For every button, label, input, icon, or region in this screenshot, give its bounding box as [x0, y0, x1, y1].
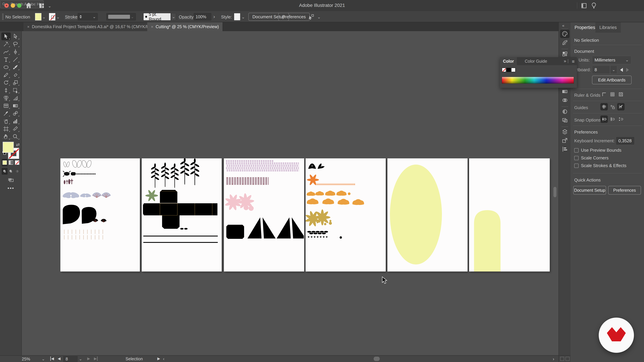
draw-behind-button[interactable]: [8, 168, 14, 175]
change-screen-mode-icon[interactable]: [7, 176, 14, 184]
tab-color-guide[interactable]: Color Guide: [522, 57, 550, 65]
tool-slice[interactable]: [11, 125, 20, 133]
tool-gradient[interactable]: [11, 102, 20, 110]
last-artboard-button[interactable]: ▶: [94, 357, 98, 361]
tool-curvature[interactable]: [1, 48, 11, 56]
tool-direct-selection[interactable]: [11, 32, 20, 40]
use-preview-bounds-checkbox[interactable]: [574, 148, 578, 152]
dock-icon-appearance[interactable]: [560, 107, 570, 116]
units-dropdown[interactable]: Millimeters ⌄: [592, 56, 631, 64]
tool-free-transform[interactable]: [11, 86, 20, 94]
document-tab-active[interactable]: × Cutting* @ 25 % (CMYK/Preview): [147, 22, 223, 31]
status-play-icon[interactable]: ▶: [157, 357, 160, 361]
canvas-horizontal-scrollbar[interactable]: [374, 357, 380, 361]
artboard-3[interactable]: [224, 158, 304, 272]
snap-to-pixel-button[interactable]: [617, 115, 624, 123]
previous-artboard-button[interactable]: ◀: [58, 357, 60, 361]
stroke-weight-chevron-icon[interactable]: ⌄: [92, 15, 96, 19]
show-grid-button[interactable]: [609, 91, 616, 98]
artboard-number-field[interactable]: 8: [592, 65, 610, 74]
scale-corners-row[interactable]: Scale Corners: [574, 155, 608, 161]
dock-group-drag-handle[interactable]: [562, 126, 568, 127]
stroke-color-swatch[interactable]: [49, 13, 55, 20]
scale-corners-checkbox[interactable]: [574, 156, 578, 160]
gradient-button[interactable]: [8, 159, 14, 166]
scale-strokes-effects-checkbox[interactable]: [574, 164, 578, 168]
tool-shape-builder[interactable]: [1, 94, 11, 102]
zoom-chevron-icon[interactable]: ⌄: [42, 357, 45, 361]
tool-zoom[interactable]: [11, 133, 20, 140]
status-display[interactable]: Selection: [111, 357, 158, 361]
snap-to-grid-button[interactable]: [609, 115, 616, 123]
dock-icon-artboards[interactable]: [560, 116, 570, 124]
first-artboard-button[interactable]: ◀: [50, 357, 54, 361]
gpu-performance-icon[interactable]: [580, 2, 587, 10]
dock-icon-swatches[interactable]: [560, 50, 570, 58]
scale-strokes-effects-row[interactable]: Scale Strokes & Effects: [574, 163, 626, 168]
color-spectrum-bar[interactable]: [502, 77, 574, 84]
tool-artboard[interactable]: [1, 125, 11, 133]
fill-proxy-swatch[interactable]: [3, 142, 14, 153]
white-swatch[interactable]: [511, 68, 516, 72]
tool-perspective-grid[interactable]: [11, 94, 20, 102]
opacity-more-chevron-icon[interactable]: ›: [213, 14, 215, 19]
artboard-6[interactable]: [469, 158, 550, 272]
edit-artboards-button[interactable]: Edit Artboards: [592, 76, 632, 84]
tab-properties[interactable]: Properties: [570, 22, 599, 33]
keyboard-increment-field[interactable]: 0,3528 mm: [616, 137, 634, 145]
tool-width[interactable]: [1, 86, 11, 94]
close-tab-icon[interactable]: ×: [27, 24, 30, 29]
tool-rotate[interactable]: [1, 79, 11, 86]
tool-scale[interactable]: [11, 79, 20, 86]
tool-type[interactable]: [1, 56, 11, 63]
opacity-label[interactable]: Opacity:: [179, 14, 195, 19]
opacity-field[interactable]: 100%: [194, 13, 211, 20]
tab-libraries[interactable]: Libraries: [595, 22, 621, 33]
dock-group-drag-handle[interactable]: [562, 28, 568, 29]
artboard-2[interactable]: [142, 158, 222, 272]
artboard-dropdown-chevron[interactable]: ⌄: [610, 65, 617, 74]
dock-icon-color[interactable]: [560, 30, 570, 38]
close-tab-icon[interactable]: ×: [151, 24, 153, 29]
dock-icon-layers[interactable]: [560, 128, 570, 136]
artboard-5[interactable]: [388, 158, 468, 272]
graphic-style-swatch[interactable]: [234, 13, 240, 20]
swap-fill-stroke-icon[interactable]: ⇄: [16, 142, 20, 147]
show-transparency-grid-button[interactable]: [617, 91, 624, 98]
artboard-navigation-field[interactable]: 8: [64, 356, 78, 362]
fill-chevron-icon[interactable]: ⌄: [42, 15, 46, 19]
artboard-1[interactable]: [60, 158, 140, 272]
panel-expand-icon[interactable]: »: [564, 58, 566, 64]
panel-menu-icon[interactable]: ≡: [572, 59, 574, 64]
tool-paintbrush[interactable]: [11, 63, 20, 71]
dock-icon-align[interactable]: [560, 145, 570, 153]
snap-to-point-button[interactable]: [600, 115, 608, 123]
tool-selection[interactable]: [1, 32, 11, 40]
canvas-vertical-scrollbar[interactable]: [554, 187, 556, 197]
preferences-button[interactable]: Preferences: [278, 13, 310, 21]
next-artboard-button[interactable]: [626, 68, 629, 72]
show-guides-button[interactable]: [600, 103, 608, 110]
tab-label[interactable]: Domestika Final Project Templates A3.ai*…: [32, 24, 162, 29]
discover-lightbulb-icon[interactable]: [590, 2, 598, 10]
color-button[interactable]: [2, 159, 8, 166]
document-tab-inactive[interactable]: × Domestika Final Project Templates A3.a…: [24, 22, 166, 31]
draw-normal-button[interactable]: [2, 168, 8, 175]
none-button[interactable]: [14, 159, 20, 166]
stroke-weight-label[interactable]: Stroke:: [65, 14, 79, 19]
tool-hand[interactable]: [1, 133, 11, 140]
tool-mesh[interactable]: [1, 102, 11, 110]
tool-pencil[interactable]: [1, 71, 11, 79]
tool-lasso[interactable]: [11, 40, 20, 48]
use-preview-bounds-row[interactable]: Use Preview Bounds: [574, 148, 621, 153]
scroll-right-chevron-icon[interactable]: ›: [553, 357, 554, 362]
tool-eyedropper[interactable]: [1, 110, 11, 117]
tool-ellipse[interactable]: [1, 63, 11, 71]
quick-action-preferences-button[interactable]: Preferences: [608, 186, 641, 195]
dock-icon-gradient[interactable]: [560, 87, 570, 96]
status-back-chevron-icon[interactable]: ‹: [163, 357, 164, 361]
brush-chevron-button[interactable]: ⌄: [171, 13, 176, 20]
tool-column-graph[interactable]: [11, 117, 20, 125]
controlbar-drag-handle[interactable]: [2, 13, 4, 20]
stroke-weight-field[interactable]: ⌄: [78, 13, 98, 20]
